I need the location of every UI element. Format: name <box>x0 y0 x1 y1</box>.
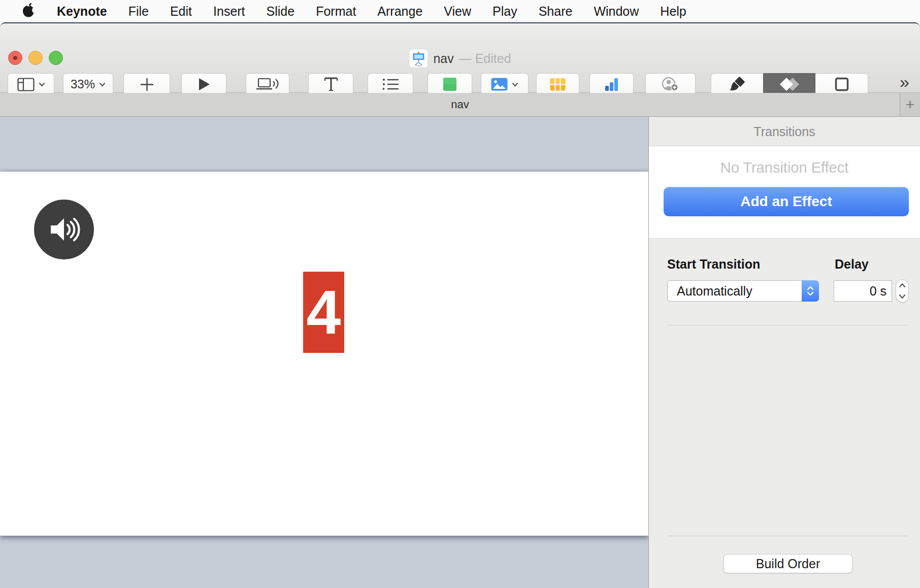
chevron-down-icon <box>512 82 518 87</box>
speaker-audio-icon <box>47 213 81 246</box>
menu-help[interactable]: Help <box>660 4 686 19</box>
menu-edit[interactable]: Edit <box>170 4 192 19</box>
stepper-up-icon <box>899 283 906 288</box>
document-square-icon <box>834 77 849 92</box>
panel-separator <box>667 325 908 325</box>
shape-button[interactable] <box>428 73 472 95</box>
start-transition-label: Start Transition <box>667 257 760 272</box>
no-transition-effect-text: No Transition Effect <box>649 159 920 176</box>
plus-icon <box>140 77 154 92</box>
zoom-button[interactable]: 33% <box>63 73 113 95</box>
collaborate-icon <box>661 77 680 92</box>
chart-icon <box>604 77 619 91</box>
add-tab-button[interactable]: + <box>900 93 920 116</box>
window-title: nav — Edited <box>409 49 511 68</box>
keynote-app: Keynote File Edit Insert Slide Format Ar… <box>0 0 920 588</box>
panel-title: Transitions <box>649 117 920 146</box>
media-icon <box>491 78 508 91</box>
view-button[interactable] <box>8 73 54 95</box>
add-effect-button[interactable]: Add an Effect <box>664 187 909 216</box>
tab-bar: nav + <box>0 93 920 117</box>
delay-stepper[interactable] <box>896 279 909 303</box>
play-icon <box>198 77 211 91</box>
chevron-down-icon <box>99 82 106 87</box>
start-transition-value: Automatically <box>677 284 752 299</box>
start-transition-dropdown[interactable]: Automatically <box>667 280 819 302</box>
layout-view-icon <box>17 78 35 91</box>
menu-insert[interactable]: Insert <box>213 4 245 19</box>
menu-arrange[interactable]: Arrange <box>377 4 422 19</box>
format-button[interactable] <box>711 73 763 95</box>
chart-button[interactable] <box>589 73 634 95</box>
object-list-icon <box>381 78 400 91</box>
document-name: nav <box>433 51 453 66</box>
menu-play[interactable]: Play <box>492 4 517 19</box>
keynote-live-icon <box>256 77 279 91</box>
text-icon <box>324 77 338 92</box>
keynote-live-button[interactable] <box>246 73 289 95</box>
delay-input[interactable]: 0 s <box>834 280 892 302</box>
keynote-doc-icon <box>409 49 428 68</box>
text-button[interactable] <box>308 73 353 95</box>
menu-bar: Keynote File Edit Insert Slide Format Ar… <box>0 0 920 22</box>
edited-status: — Edited <box>459 51 511 66</box>
zoom-value: 33% <box>71 77 95 91</box>
slide-canvas[interactable]: 4 <box>0 117 648 588</box>
delay-label: Delay <box>835 257 869 272</box>
unsaved-dot <box>13 56 17 60</box>
tab-nav-document[interactable]: nav <box>0 93 920 116</box>
menu-share[interactable]: Share <box>539 4 573 19</box>
fullscreen-button[interactable] <box>49 51 63 65</box>
table-button[interactable] <box>536 73 579 95</box>
media-button[interactable] <box>481 73 529 95</box>
audio-object[interactable] <box>34 200 94 259</box>
apple-logo-icon <box>22 2 36 17</box>
collaborate-button[interactable] <box>645 73 696 95</box>
animate-diamond-icon <box>779 77 800 92</box>
transitions-panel: Transitions No Transition Effect Add an … <box>648 117 920 588</box>
menu-slide[interactable]: Slide <box>267 4 295 19</box>
shape-icon <box>443 77 457 91</box>
menu-format[interactable]: Format <box>316 4 356 19</box>
object-list-button[interactable] <box>368 73 413 95</box>
stepper-down-icon <box>899 294 906 299</box>
apple-menu[interactable] <box>22 2 36 20</box>
slide-number-object[interactable]: 4 <box>303 272 344 353</box>
play-button[interactable] <box>181 73 226 95</box>
menu-window[interactable]: Window <box>594 4 639 19</box>
panel-separator <box>667 536 908 536</box>
popup-updown-icon <box>802 280 819 302</box>
effect-section: No Transition Effect Add an Effect <box>649 146 920 239</box>
animate-button[interactable] <box>763 73 815 95</box>
menu-keynote[interactable]: Keynote <box>57 4 107 19</box>
build-order-button[interactable]: Build Order <box>724 554 852 573</box>
toolbar-overflow-icon[interactable]: » <box>900 72 918 92</box>
document-button[interactable] <box>815 73 868 95</box>
minimize-button[interactable] <box>28 51 43 65</box>
add-slide-button[interactable] <box>123 73 170 95</box>
format-brush-icon <box>729 77 746 92</box>
menu-view[interactable]: View <box>444 4 471 19</box>
table-icon <box>550 78 566 91</box>
chevron-down-icon <box>39 82 45 87</box>
window-header: nav — Edited View 33% <box>0 22 920 93</box>
close-button[interactable] <box>8 51 22 65</box>
menu-file[interactable]: File <box>128 4 149 19</box>
slide[interactable]: 4 <box>0 172 648 536</box>
